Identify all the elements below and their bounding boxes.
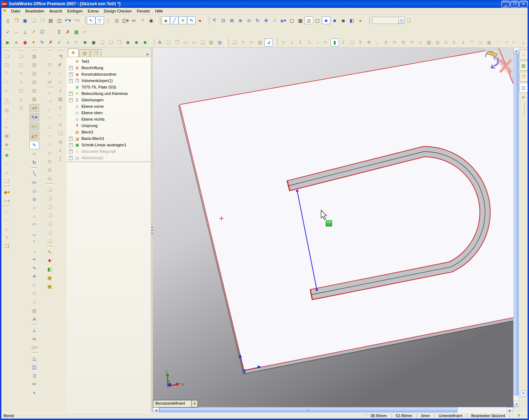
render-preview-button[interactable]: ●: [64, 39, 72, 46]
run-macro-button[interactable]: ▶: [4, 39, 12, 46]
pdm-doc-info-button[interactable]: ❏: [98, 39, 106, 46]
wireframe-button[interactable]: ▢: [288, 16, 296, 24]
annotation-tool-2-button[interactable]: ❐: [173, 39, 181, 46]
revision-table-button[interactable]: ▧: [30, 78, 39, 86]
tree-item[interactable]: ❖ Teil1: [66, 58, 151, 65]
design-table-button[interactable]: ▦: [72, 28, 81, 36]
welded-corner-button[interactable]: ⋎: [416, 39, 425, 46]
closed-corner-side-button[interactable]: ▦: [56, 95, 65, 103]
sheet-metal-dropdown[interactable]: ◭▾: [29, 132, 39, 140]
fold-all-button[interactable]: ◔: [493, 39, 502, 46]
tree-item[interactable]: ◇ Ebene oben: [66, 110, 151, 116]
pdm-user-add-button[interactable]: ☻: [124, 39, 132, 46]
flex-feature-button[interactable]: ∿: [16, 70, 26, 77]
rip-side-button[interactable]: ⊻: [56, 104, 65, 111]
horizontal-dimension-button[interactable]: ⌐: [45, 89, 54, 97]
circle-tool-button[interactable]: ⊙: [30, 196, 39, 203]
unfold-all-button[interactable]: ▣: [485, 39, 493, 46]
tangent-arc-tool-button[interactable]: ◠: [30, 221, 39, 229]
jog-side-button[interactable]: ∂: [56, 87, 65, 94]
deform-feature-button[interactable]: ◰: [16, 87, 26, 94]
sketch-line-endpoint-bottom[interactable]: [316, 289, 318, 291]
annotation-tool-3-button[interactable]: ▭: [181, 39, 190, 46]
tree-item[interactable]: + ◪ Basis-Blech1: [66, 135, 151, 142]
shaded-with-edges-button[interactable]: ■: [322, 16, 330, 24]
tree-item[interactable]: ◇ Ebene vorne: [66, 103, 151, 110]
menu-item[interactable]: Bearbeiten: [23, 8, 47, 14]
viewport-horizontal-scrollbar[interactable]: ◀ ⣿ ▶: [153, 407, 513, 413]
centerpoint-arc-tool-button[interactable]: ◌: [30, 213, 39, 220]
diameter-dimension-button[interactable]: ∘: [45, 132, 54, 140]
column-separator[interactable]: [3, 206, 10, 207]
realview-button[interactable]: ●: [356, 16, 365, 24]
linear-pattern-feature-button[interactable]: ∷: [2, 160, 11, 168]
toolbar-separator[interactable]: [205, 16, 209, 24]
find-references-button[interactable]: ◎: [215, 39, 224, 46]
tree-expander[interactable]: +: [69, 92, 73, 96]
toolbar-separator[interactable]: [82, 16, 86, 24]
annotation-tool-4-button[interactable]: ▭: [190, 39, 198, 46]
sketch-text-tool-button[interactable]: A: [30, 315, 39, 323]
vertical-dimension-button[interactable]: ⊣: [45, 98, 54, 105]
forming-tool-button[interactable]: ▦: [425, 39, 433, 46]
cancel-task-button[interactable]: ✗: [46, 39, 55, 46]
toolbar-grip[interactable]: [46, 49, 53, 50]
toolbar-separator[interactable]: [156, 16, 160, 24]
compare-documents-button[interactable]: ↗: [29, 28, 38, 36]
base-flange-button[interactable]: ⋎: [279, 39, 288, 46]
tree-item[interactable]: + ☀ Beleuchtung und Kameras: [66, 90, 151, 97]
hole-table-button[interactable]: ▤: [30, 61, 39, 69]
taskpane-bottom-chevron[interactable]: «: [520, 390, 527, 397]
taskpane-grip[interactable]: [523, 103, 524, 115]
sketch-button[interactable]: ◆: [161, 16, 170, 24]
toolbar-grip[interactable]: [31, 49, 38, 50]
rip-button[interactable]: ⊻: [356, 39, 365, 46]
ink-markup-button[interactable]: ✎: [239, 39, 247, 46]
chamfer-feature-button[interactable]: ◔: [2, 115, 11, 122]
select-box-button[interactable]: ▫: [45, 52, 54, 60]
graphics-viewport[interactable]: Y X Z: [153, 47, 513, 407]
base-flange-side-button[interactable]: ◥: [56, 52, 65, 60]
cross-break-button[interactable]: A: [442, 39, 450, 46]
tree-expander[interactable]: +: [69, 72, 73, 76]
design-library-tab[interactable]: ▤: [519, 61, 528, 71]
move-copy-bodies-button[interactable]: ✥: [2, 152, 11, 159]
shape-feature-button[interactable]: Ω: [16, 104, 26, 111]
view-palette-tab[interactable]: ◫: [519, 83, 528, 93]
coordinate-system-button[interactable]: ⊥: [2, 225, 11, 233]
boss-small-button[interactable]: ▣: [45, 274, 54, 282]
sketch-fillet-tool-button[interactable]: ◜: [30, 238, 39, 246]
view-cube-top-button[interactable]: ❑: [45, 220, 54, 228]
annotation-tool-1-button[interactable]: ❏: [164, 39, 173, 46]
menu-item[interactable]: Datei: [9, 8, 23, 14]
column-separator[interactable]: [3, 149, 10, 151]
zoom-to-area-button[interactable]: ⊞: [228, 16, 236, 24]
open-document-button[interactable]: ❐: [12, 16, 21, 24]
pan-button[interactable]: ✜: [262, 16, 270, 24]
tree-item[interactable]: + Σ Gleichungen: [66, 97, 151, 103]
tree-expander[interactable]: +: [69, 79, 73, 83]
hem-button[interactable]: ↴: [305, 39, 313, 46]
flatten-side-button[interactable]: ↧: [56, 147, 65, 154]
redo-button[interactable]: ↷▾: [72, 16, 81, 24]
more-tools-chevron[interactable]: ∨: [30, 389, 39, 396]
tree-item[interactable]: + ▣ Schnitt-Linear austragen1: [66, 142, 151, 148]
miter-flange-side-button[interactable]: ⌐: [56, 70, 65, 77]
combo-dropdown-icon[interactable]: ▼: [398, 17, 404, 24]
spell-check-button[interactable]: ✓: [4, 28, 12, 36]
reference-point-button[interactable]: ✳: [2, 234, 11, 241]
swap-dimension-button[interactable]: ⇆: [45, 175, 54, 182]
mirror-feature-button[interactable]: ❑: [2, 177, 11, 185]
menu-item[interactable]: Fenster: [134, 8, 153, 14]
rotate-about-axis-button[interactable]: ↺: [270, 16, 279, 24]
performance-chart-button[interactable]: ⊿: [264, 39, 273, 46]
standard-views-dropdown[interactable]: ◕▾: [29, 104, 39, 112]
markup-pen-button[interactable]: ✎: [72, 39, 81, 46]
miter-flange-button[interactable]: ⊻: [296, 39, 305, 46]
insert-bends-button[interactable]: ✚: [365, 39, 373, 46]
column-separator[interactable]: [46, 87, 53, 88]
close-button[interactable]: ✕: [519, 1, 528, 7]
toolbar-separator[interactable]: [225, 39, 229, 46]
panel-splitter[interactable]: ◂ ◂ ◂: [151, 47, 153, 413]
menu-item[interactable]: Einfügen: [65, 8, 85, 14]
